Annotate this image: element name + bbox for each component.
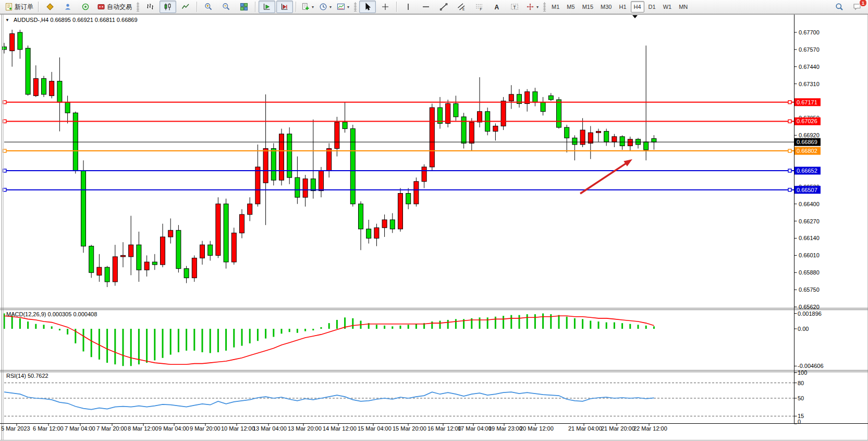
new-order-button[interactable]: 新订单 [3, 1, 35, 13]
line-chart-button[interactable] [177, 1, 194, 13]
svg-text:14 Mar 12:00: 14 Mar 12:00 [323, 425, 357, 432]
timeframe-button-d1[interactable]: D1 [645, 1, 659, 13]
chart-title: ▼ AUDUSD-,H4 0.66895 0.66921 0.66811 0.6… [5, 17, 138, 23]
symbol-dropdown-icon[interactable]: ▼ [5, 18, 9, 22]
chart-shift-button[interactable] [276, 1, 293, 13]
rsi-line [4, 392, 654, 409]
text-button[interactable]: A [488, 1, 505, 13]
auto-trading-button[interactable]: 自动交易 [95, 1, 134, 13]
svg-text:15 Mar 20:00: 15 Mar 20:00 [393, 425, 426, 432]
svg-text:0.66010: 0.66010 [799, 252, 820, 258]
horizontal-line-icon [422, 3, 430, 11]
chart-title-text: AUDUSD-,H4 0.66895 0.66921 0.66811 0.668… [14, 17, 138, 23]
chart-canvas[interactable]: 0.677000.675700.674400.673100.671800.670… [0, 0, 868, 441]
svg-text:0.67171: 0.67171 [797, 99, 817, 105]
svg-text:9 Mar 04:00: 9 Mar 04:00 [158, 425, 189, 432]
macd-indicator-label: MACD(12,26,9) 0.000305 0.000408 [6, 311, 97, 317]
zoom-in-icon [204, 3, 213, 11]
indicators-button[interactable]: ▾ [299, 1, 316, 13]
tile-windows-icon [240, 3, 248, 11]
svg-text:20 Mar 12:00: 20 Mar 12:00 [520, 425, 554, 432]
timeframe-button-w1[interactable]: W1 [660, 1, 675, 13]
rsi-indicator-label: RSI(14) 50.7622 [6, 373, 48, 379]
chat-button[interactable]: 1 [849, 1, 865, 13]
indicators-add-icon [301, 3, 310, 11]
svg-text:100: 100 [798, 370, 807, 376]
cursor-icon [363, 3, 372, 11]
mql5-icon [46, 3, 54, 11]
price-axis[interactable]: 0.677000.675700.674400.673100.671800.670… [794, 29, 824, 425]
svg-text:F: F [480, 7, 482, 11]
svg-text:13 Mar 04:00: 13 Mar 04:00 [253, 425, 287, 432]
arrow-annotation [580, 159, 632, 194]
bar-chart-button[interactable] [142, 1, 158, 13]
svg-text:0.67440: 0.67440 [799, 64, 820, 70]
toolbar-separator [255, 2, 256, 12]
timeframe-button-h4[interactable]: H4 [631, 1, 644, 13]
signals-button[interactable] [77, 1, 94, 13]
zoom-in-button[interactable] [200, 1, 217, 13]
svg-text:8 Mar 12:00: 8 Mar 12:00 [128, 425, 158, 432]
timeframe-button-h1[interactable]: H1 [616, 1, 629, 13]
svg-text:17 Mar 04:00: 17 Mar 04:00 [458, 425, 492, 432]
mql5-button[interactable] [42, 1, 58, 13]
trading-terminal-window: 新订单自动交易▾▾▾EFAT▾M1M5M15M30H1H4D1W1MN1 ▼ A… [0, 0, 868, 441]
chart-line-icon [181, 3, 190, 11]
zoom-out-button[interactable] [218, 1, 235, 13]
channel-icon: E [457, 3, 466, 11]
timeframe-button-m1[interactable]: M1 [548, 1, 563, 13]
svg-text:0.66507: 0.66507 [797, 187, 817, 193]
time-axis[interactable]: 5 Mar 20236 Mar 12:007 Mar 04:007 Mar 20… [1, 424, 667, 432]
arrows-button[interactable]: ▾ [524, 1, 541, 13]
svg-text:0.65620: 0.65620 [799, 304, 820, 310]
search-button[interactable] [831, 1, 848, 13]
svg-text:16 Mar 12:00: 16 Mar 12:00 [427, 425, 461, 432]
timeframe-button-mn[interactable]: MN [676, 1, 691, 13]
timeframe-button-m15[interactable]: M15 [579, 1, 596, 13]
macd-panel [4, 314, 654, 366]
svg-text:0.65880: 0.65880 [799, 269, 820, 276]
chart-bars-icon [146, 3, 154, 11]
toolbar-separator [38, 2, 39, 12]
crosshair-button[interactable] [377, 1, 394, 13]
svg-text:21 Mar 20:00: 21 Mar 20:00 [601, 425, 635, 432]
auto-scroll-icon [263, 3, 271, 11]
svg-text:15 Mar 04:00: 15 Mar 04:00 [358, 425, 392, 432]
toolbar-grip [354, 2, 357, 11]
periods-button[interactable]: ▾ [317, 1, 334, 13]
auto-scroll-button[interactable] [259, 1, 275, 13]
periods-icon [319, 3, 327, 11]
rsi-panel [4, 383, 794, 416]
timeframe-button-m30[interactable]: M30 [597, 1, 615, 13]
svg-text:13 Mar 20:00: 13 Mar 20:00 [288, 425, 322, 432]
svg-text:6 Mar 12:00: 6 Mar 12:00 [33, 425, 64, 432]
text-label-button[interactable]: T [506, 1, 523, 13]
new-order-button-label: 新订单 [15, 3, 33, 11]
new-order-icon [5, 3, 13, 11]
chevron-down-icon[interactable]: ▾ [536, 5, 539, 9]
main-toolbar: 新订单自动交易▾▾▾EFAT▾M1M5M15M30H1H4D1W1MN1 [0, 0, 868, 14]
toolbar-separator [296, 2, 297, 12]
svg-text:0: 0 [798, 419, 801, 425]
horizontal-line-button[interactable] [418, 1, 434, 13]
chevron-down-icon[interactable]: ▾ [329, 5, 332, 9]
horizontal-line-objects [3, 101, 794, 192]
cursor-button[interactable] [359, 1, 376, 13]
candlestick-chart-button[interactable] [160, 1, 176, 13]
templates-button[interactable]: ▾ [335, 1, 351, 13]
fibonacci-button[interactable]: F [471, 1, 487, 13]
trendline-button[interactable] [435, 1, 452, 13]
chevron-down-icon[interactable]: ▾ [312, 5, 314, 9]
chevron-down-icon[interactable]: ▾ [347, 5, 349, 9]
tile-windows-button[interactable] [236, 1, 252, 13]
chart-frame [0, 15, 868, 440]
vertical-line-button[interactable] [400, 1, 417, 13]
autotrade-icon [97, 3, 105, 11]
chart-candles-icon [164, 3, 172, 11]
channel-button[interactable]: E [453, 1, 470, 13]
community-icon [64, 3, 72, 11]
fibonacci-icon: F [475, 3, 483, 11]
svg-text:E: E [462, 7, 465, 11]
timeframe-button-m5[interactable]: M5 [564, 1, 578, 13]
community-button[interactable] [59, 1, 76, 13]
